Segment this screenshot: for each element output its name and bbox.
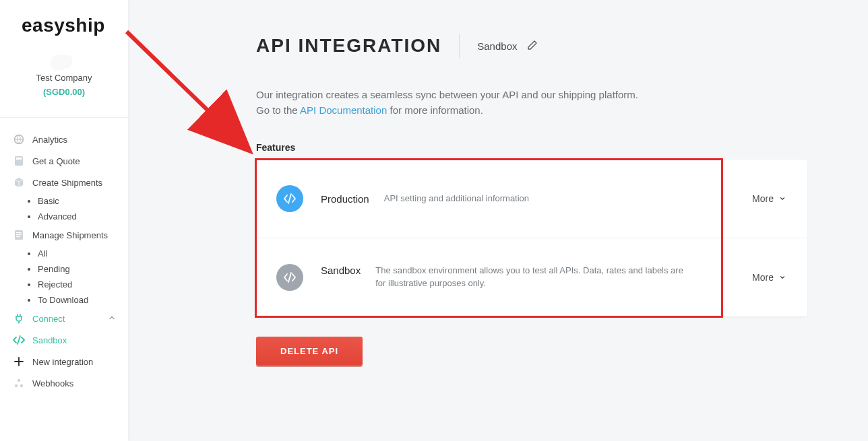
svg-rect-6	[16, 236, 20, 237]
more-label: More	[752, 193, 774, 204]
webhook-icon	[12, 378, 26, 388]
chevron-down-icon	[779, 272, 786, 283]
more-label: More	[752, 272, 774, 283]
vertical-divider	[459, 34, 460, 58]
company-name: Test Company	[7, 73, 121, 83]
sidebar-item-manage-shipments[interactable]: Manage Shipments	[0, 224, 128, 246]
sidebar-item-connect[interactable]: Connect	[0, 308, 128, 329]
sidebar-item-label: Manage Shipments	[32, 230, 108, 240]
sidebar-subitem-advanced[interactable]: Advanced	[38, 209, 128, 224]
logo: easyship	[0, 0, 128, 50]
more-toggle-production[interactable]: More	[752, 193, 786, 204]
sidebar-item-quote[interactable]: Get a Quote	[0, 150, 128, 172]
sidebar-subitem-rejected[interactable]: Rejected	[38, 277, 128, 292]
chevron-down-icon	[779, 193, 786, 204]
sidebar-item-analytics[interactable]: Analytics	[0, 129, 128, 150]
api-docs-link[interactable]: API Documentation	[300, 104, 387, 116]
environment-name: Sandbox	[477, 40, 517, 52]
sidebar-item-label: Webhooks	[32, 378, 73, 388]
page-title: API INTEGRATION	[256, 35, 441, 57]
sidebar-subitem-to-download[interactable]: To Download	[38, 292, 128, 308]
delete-api-button[interactable]: DELETE API	[256, 337, 363, 366]
svg-point-7	[18, 379, 20, 382]
box-icon	[12, 177, 26, 188]
feature-title: Production	[321, 193, 369, 205]
sidebar-subitem-basic[interactable]: Basic	[38, 193, 128, 209]
sidebar: easyship Test Company (SGD0.00) Analytic…	[0, 0, 128, 441]
features-card: Production API setting and additional in…	[256, 160, 807, 316]
sidebar-item-new-integration[interactable]: New integration	[0, 351, 128, 372]
sidebar-subitem-all[interactable]: All	[38, 246, 128, 261]
intro-line1: Our integration creates a seamless sync …	[256, 89, 638, 100]
sidebar-item-label: New integration	[32, 357, 93, 367]
sidebar-item-create-shipments[interactable]: Create Shipments	[0, 172, 128, 193]
chevron-up-icon	[108, 314, 116, 324]
sidebar-item-webhooks[interactable]: Webhooks	[0, 372, 128, 394]
sidebar-item-label: Create Shipments	[32, 178, 102, 188]
svg-rect-2	[16, 158, 22, 160]
sidebar-item-label: Connect	[32, 314, 65, 324]
sidebar-item-sandbox[interactable]: Sandbox	[0, 329, 128, 351]
more-toggle-sandbox[interactable]: More	[752, 272, 786, 283]
feature-title: Sandbox	[321, 265, 361, 276]
edit-icon[interactable]	[526, 39, 538, 53]
sidebar-divider	[0, 117, 128, 118]
svg-point-9	[20, 384, 23, 387]
sidebar-item-label: Get a Quote	[32, 156, 80, 166]
feature-description: API setting and additional information	[384, 193, 529, 205]
svg-rect-5	[16, 234, 22, 235]
logo-text: easyship	[22, 15, 105, 36]
feature-row-production: Production API setting and additional in…	[256, 160, 807, 238]
plug-icon	[12, 313, 26, 324]
sidebar-item-label: Sandbox	[32, 335, 67, 345]
main-content: API INTEGRATION Sandbox Our integration …	[128, 0, 868, 441]
code-icon	[12, 335, 26, 345]
svg-rect-4	[16, 232, 22, 233]
company-logo-icon	[51, 55, 78, 70]
svg-point-8	[15, 384, 18, 387]
globe-icon	[12, 134, 26, 145]
clipboard-icon	[12, 230, 26, 240]
intro-line2a: Go to the	[256, 104, 300, 116]
intro-line2b: for more information.	[387, 104, 483, 116]
sidebar-item-label: Analytics	[32, 135, 67, 145]
sidebar-subitem-pending[interactable]: Pending	[38, 261, 128, 277]
feature-row-sandbox: Sandbox The sandbox environment allows y…	[256, 238, 807, 316]
code-icon	[276, 264, 303, 291]
company-balance: (SGD0.00)	[7, 87, 121, 97]
company-block[interactable]: Test Company (SGD0.00)	[0, 50, 128, 108]
calculator-icon	[12, 156, 26, 166]
environment-name-block: Sandbox	[477, 39, 538, 53]
features-heading: Features	[256, 142, 807, 153]
plus-icon	[12, 356, 26, 367]
intro-text: Our integration creates a seamless sync …	[256, 88, 741, 118]
page-header: API INTEGRATION Sandbox	[256, 34, 807, 58]
code-icon	[276, 185, 303, 212]
feature-description: The sandbox environment allows you to te…	[375, 265, 685, 290]
